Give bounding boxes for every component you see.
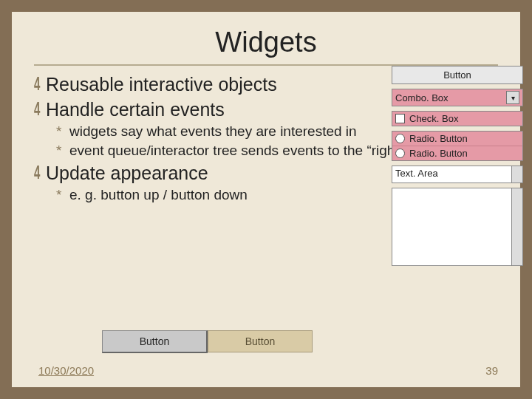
bullet-text: Update appearance	[46, 163, 208, 183]
widget-gallery: Button Combo. Box▾ Check. Box Radio. But…	[392, 66, 523, 266]
star-icon: *	[56, 123, 69, 140]
arrow-icon: 4	[34, 98, 43, 120]
content-area: 4Reusable interactive objects 4Handle ce…	[12, 73, 520, 203]
sub-text: e. g. button up / button down	[69, 187, 248, 202]
scrollbar[interactable]	[511, 166, 522, 183]
slide-title: Widgets	[12, 27, 520, 58]
footer-date: 10/30/2020	[38, 364, 94, 377]
slide: Widgets 4Reusable interactive objects 4H…	[12, 12, 520, 387]
checkbox-label: Check. Box	[409, 113, 458, 124]
bullet-text: Handle certain events	[46, 99, 225, 120]
sub-text: widgets say what events they are interes…	[69, 123, 357, 139]
combo-label: Combo. Box	[395, 92, 449, 103]
bullet-text: Reusable interactive objects	[46, 74, 277, 95]
star-icon: *	[56, 143, 69, 159]
button-state-demo: Button Button	[102, 330, 313, 353]
example-button[interactable]: Button	[392, 66, 523, 84]
example-textarea[interactable]: Text. Area	[392, 166, 523, 183]
button-label: Button	[245, 335, 275, 347]
checkbox-icon[interactable]	[395, 114, 405, 123]
button-label: Button	[140, 335, 169, 347]
button-unpressed[interactable]: Button	[208, 330, 313, 352]
scrollbar[interactable]	[511, 188, 522, 265]
example-combobox[interactable]: Combo. Box▾	[392, 89, 523, 106]
example-list[interactable]	[392, 188, 523, 266]
radio-label: Radio. Button	[409, 148, 468, 159]
textarea-label: Text. Area	[395, 168, 438, 179]
chevron-down-icon[interactable]: ▾	[506, 91, 519, 104]
example-radio[interactable]: Radio. Button	[392, 132, 522, 146]
button-pressed[interactable]: Button	[102, 330, 208, 353]
example-radio[interactable]: Radio. Button	[392, 146, 522, 160]
example-radio-group: Radio. Button Radio. Button	[392, 131, 523, 161]
slide-footer: 10/30/2020 39	[38, 364, 498, 377]
radio-label: Radio. Button	[409, 133, 468, 144]
footer-page-number: 39	[485, 364, 498, 377]
example-checkbox[interactable]: Check. Box	[392, 111, 523, 126]
arrow-icon: 4	[34, 73, 43, 95]
radio-icon[interactable]	[395, 134, 405, 143]
star-icon: *	[56, 187, 69, 203]
radio-icon[interactable]	[395, 149, 405, 158]
arrow-icon: 4	[34, 162, 43, 183]
button-label: Button	[443, 69, 471, 81]
